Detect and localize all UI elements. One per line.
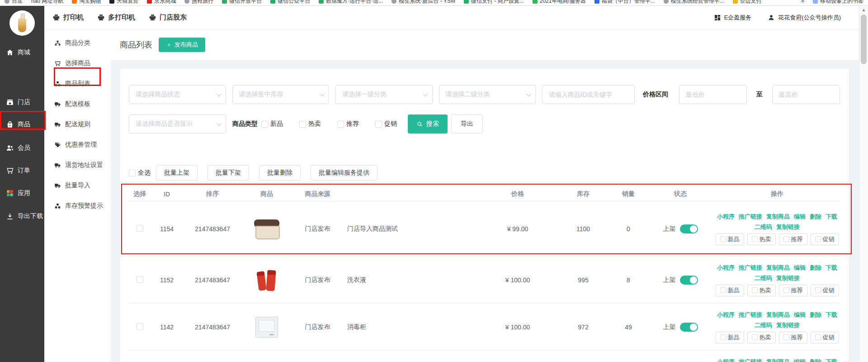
search-button[interactable]: 搜索 xyxy=(408,114,448,133)
batch-button-批量下架[interactable]: 批量下架 xyxy=(208,165,249,181)
header-button-打印机[interactable]: 打印机 xyxy=(52,13,84,22)
scrollbar-up-arrow[interactable]: ▲ xyxy=(859,6,868,14)
row-checkbox[interactable] xyxy=(137,225,143,232)
bookmark-item[interactable]: 模生系统经营管理平... xyxy=(664,0,724,5)
subsidebar-item-优惠券管理[interactable]: 优惠券管理 xyxy=(44,135,111,155)
op-link-推广链接[interactable]: 推广链接 xyxy=(739,311,762,319)
subsidebar-item-配送规则[interactable]: 配送规则 xyxy=(44,114,111,134)
brand-logo[interactable] xyxy=(9,10,35,36)
op-tag-促销[interactable]: 促销 xyxy=(811,332,839,343)
op-link-二维码[interactable]: 二维码 xyxy=(755,223,772,231)
bookmark-item[interactable]: » xyxy=(801,0,804,4)
product-type-checkbox[interactable]: 促销 xyxy=(375,120,397,128)
op-link-下载[interactable]: 下载 xyxy=(826,358,837,362)
op-tag-推荐[interactable]: 推荐 xyxy=(779,233,807,245)
subsidebar-item-批量导入[interactable]: 批量导入 xyxy=(44,176,111,195)
subsidebar-item-配送模板[interactable]: 配送模板 xyxy=(44,94,111,114)
op-link-复制商品[interactable]: 复制商品 xyxy=(766,358,790,362)
op-link-下载[interactable]: 下载 xyxy=(826,264,837,272)
row-checkbox[interactable] xyxy=(137,276,143,283)
op-link-复制链接[interactable]: 复制链接 xyxy=(776,274,800,282)
product-type-checkbox[interactable]: 新品 xyxy=(261,120,283,128)
op-link-二维码[interactable]: 二维码 xyxy=(755,274,772,282)
sidebar-item-导出下载[interactable]: 导出下载 xyxy=(0,211,44,222)
op-link-编辑[interactable]: 编辑 xyxy=(794,213,806,221)
bookmark-item[interactable]: 企迈支付 xyxy=(733,0,762,5)
header-button-多打印机[interactable]: 多打印机 xyxy=(97,13,135,22)
subsidebar-item-商品列表[interactable]: 商品列表 xyxy=(44,74,111,94)
batch-button-批量删除[interactable]: 批量删除 xyxy=(259,165,301,181)
op-tag-新品[interactable]: 新品 xyxy=(716,332,744,343)
product-type-checkbox[interactable]: 推荐 xyxy=(337,120,359,128)
op-tag-推荐[interactable]: 推荐 xyxy=(779,332,807,343)
bookmark-item[interactable]: 京东商城 xyxy=(147,0,176,5)
filter-select[interactable]: 请选择一级分类 xyxy=(335,85,433,104)
display-filter-select[interactable]: 请选择商品是否显示 xyxy=(129,114,226,133)
bookmark-item[interactable]: 移动设备上的书签 xyxy=(813,0,863,5)
scrollbar-thumb[interactable] xyxy=(861,14,867,64)
sidebar-item-应用[interactable]: 应用 xyxy=(0,188,44,199)
sidebar-item-门店[interactable]: 门店 xyxy=(0,97,44,108)
op-link-编辑[interactable]: 编辑 xyxy=(794,311,806,319)
filter-select[interactable]: 请选择二级分类 xyxy=(439,85,536,104)
bookmark-item[interactable]: 模生系统·新后台 - YSM xyxy=(392,0,455,5)
op-link-下载[interactable]: 下载 xyxy=(826,213,837,221)
bookmark-item[interactable]: hao 网址导航 xyxy=(31,0,63,5)
op-link-编辑[interactable]: 编辑 xyxy=(794,264,806,272)
batch-button-批量上架[interactable]: 批量上架 xyxy=(156,165,198,181)
sidebar-item-商城[interactable]: 商城 xyxy=(0,47,44,58)
price-max-input[interactable] xyxy=(772,85,840,104)
op-tag-热卖[interactable]: 热卖 xyxy=(747,233,776,245)
op-link-删除[interactable]: 删除 xyxy=(810,264,821,272)
op-link-复制商品[interactable]: 复制商品 xyxy=(766,311,790,319)
subsidebar-item-库存预警提示[interactable]: 库存预警提示 xyxy=(44,196,111,216)
op-link-复制商品[interactable]: 复制商品 xyxy=(766,213,790,221)
op-link-推广链接[interactable]: 推广链接 xyxy=(739,358,762,362)
op-tag-新品[interactable]: 新品 xyxy=(716,233,744,245)
op-link-小程序[interactable]: 小程序 xyxy=(717,358,735,362)
filter-select[interactable]: 请选择售中库存 xyxy=(232,85,330,104)
bookmark-item[interactable]: 淘宝购物 xyxy=(72,0,101,5)
status-toggle[interactable] xyxy=(680,276,698,285)
status-toggle[interactable] xyxy=(680,323,698,332)
op-link-小程序[interactable]: 小程序 xyxy=(717,264,735,272)
select-all-control[interactable]: 全选 xyxy=(129,169,151,177)
bookmark-item[interactable]: 2021年电商/服务器 xyxy=(533,0,586,5)
op-link-二维码[interactable]: 二维码 xyxy=(755,321,772,329)
sidebar-item-订单[interactable]: 订单 xyxy=(0,165,44,176)
price-min-input[interactable] xyxy=(679,85,747,104)
op-link-推广链接[interactable]: 推广链接 xyxy=(739,264,762,272)
sidebar-item-商品[interactable]: 商品 xyxy=(0,119,44,130)
filter-select[interactable]: 请选择商品状态 xyxy=(129,85,226,104)
account-menu-item[interactable]: 花花食府(公众号操作员) xyxy=(768,14,841,22)
op-link-推广链接[interactable]: 推广链接 xyxy=(739,213,762,221)
page-scrollbar[interactable]: ▲ xyxy=(859,6,868,362)
op-link-下载[interactable]: 下载 xyxy=(826,311,837,319)
sidebar-item-会员[interactable]: 会员 xyxy=(0,143,44,153)
op-link-删除[interactable]: 删除 xyxy=(810,213,821,221)
select-all-checkbox[interactable] xyxy=(129,170,136,176)
row-checkbox[interactable] xyxy=(137,323,143,330)
op-link-复制链接[interactable]: 复制链接 xyxy=(776,321,800,329)
op-tag-新品[interactable]: 新品 xyxy=(716,285,744,296)
subsidebar-item-退货地址设置[interactable]: 退货地址设置 xyxy=(44,155,111,175)
service-menu-item[interactable]: E企盈服务 xyxy=(714,14,752,22)
op-tag-推荐[interactable]: 推荐 xyxy=(779,285,807,296)
batch-button-批量编辑服务提供[interactable]: 批量编辑服务提供 xyxy=(311,165,377,181)
op-link-编辑[interactable]: 编辑 xyxy=(794,358,806,362)
subsidebar-item-商品分类[interactable]: 商品分类 xyxy=(44,33,111,53)
op-tag-促销[interactable]: 促销 xyxy=(811,233,839,245)
op-link-删除[interactable]: 删除 xyxy=(810,311,821,319)
bookmark-item[interactable]: 天猫直营 xyxy=(109,0,138,5)
subsidebar-item-选择商品[interactable]: 选择商品 xyxy=(44,53,111,73)
status-toggle[interactable] xyxy=(680,224,698,233)
op-tag-热卖[interactable]: 热卖 xyxy=(747,285,776,296)
op-link-删除[interactable]: 删除 xyxy=(810,358,821,362)
bookmark-item[interactable]: 百度 xyxy=(5,0,23,5)
op-tag-热卖[interactable]: 热卖 xyxy=(747,332,776,343)
op-link-小程序[interactable]: 小程序 xyxy=(717,213,735,221)
bookmark-item[interactable]: 福袋（中台）管理平... xyxy=(594,0,655,5)
bookmark-item[interactable]: 微信公众平台 xyxy=(270,0,310,5)
bookmark-item[interactable]: 数据魔方·运行平台·运... xyxy=(319,0,383,5)
export-button[interactable]: 导出 xyxy=(451,114,483,133)
